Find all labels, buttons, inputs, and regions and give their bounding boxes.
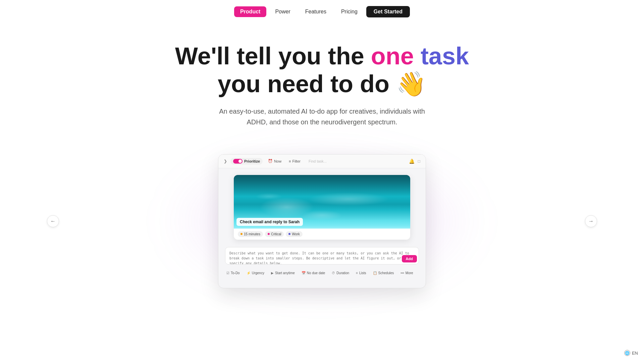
app-preview-wrapper: ← ❯ Prioritize ⏰ Now ≡ Filter Find task.… <box>0 154 644 288</box>
task-caption: Check email and reply to Sarah <box>236 218 303 226</box>
now-button[interactable]: ⏰ Now <box>266 158 283 164</box>
tag-dot-critical <box>268 233 270 235</box>
todo-icon: ☑ <box>226 271 229 275</box>
globe-icon: 🌐 <box>624 350 630 356</box>
duedate-label: No due date <box>307 271 325 275</box>
duration-icon: ⏱ <box>332 271 335 275</box>
tag-work-label: Work <box>292 232 300 236</box>
hero-one-word: one <box>371 43 414 69</box>
input-row: Add <box>225 247 419 264</box>
lists-label: Lists <box>359 271 366 275</box>
app-topbar: ❯ Prioritize ⏰ Now ≡ Filter Find task...… <box>218 155 426 168</box>
language-selector[interactable]: 🌐 EN <box>624 350 638 356</box>
toolbar-schedules-button[interactable]: 📋 Schedules <box>370 270 397 276</box>
toolbar-duration-button[interactable]: ⏱ Duration <box>329 270 352 276</box>
filter-label: Filter <box>292 159 301 163</box>
toolbar-start-button[interactable]: ▶ Start anytime <box>268 270 298 276</box>
carousel-next-button[interactable]: → <box>585 215 597 227</box>
nav-features[interactable]: Features <box>299 6 332 17</box>
bottom-toolbar: ☑ To-Do ⚡ Urgency ▶ Start anytime 📅 No d… <box>218 267 426 280</box>
tag-dot-time <box>240 233 243 235</box>
get-started-button[interactable]: Get Started <box>366 6 410 17</box>
lists-icon: ≡ <box>356 271 358 275</box>
next-arrow-icon[interactable]: → <box>585 215 597 227</box>
expand-icon[interactable]: □ <box>418 159 420 164</box>
now-label: Now <box>274 159 281 163</box>
urgency-icon: ⚡ <box>247 271 251 275</box>
task-card-footer: 15 minutes Critical Work <box>234 229 410 240</box>
task-card-image: Check email and reply to Sarah <box>234 175 410 229</box>
app-mockup: ❯ Prioritize ⏰ Now ≡ Filter Find task...… <box>218 154 426 288</box>
notification-bell-icon[interactable]: 🔔 <box>409 159 415 164</box>
toolbar-urgency-button[interactable]: ⚡ Urgency <box>244 270 267 276</box>
hero-subtitle: An easy-to-use, automated AI to-do app f… <box>208 106 436 127</box>
carousel-prev-button[interactable]: ← <box>47 215 59 227</box>
now-icon: ⏰ <box>268 159 273 163</box>
start-label: Start anytime <box>275 271 295 275</box>
more-label: More <box>406 271 413 275</box>
nav-pricing[interactable]: Pricing <box>335 6 364 17</box>
urgency-label: Urgency <box>252 271 264 275</box>
search-placeholder[interactable]: Find task... <box>306 158 406 164</box>
add-task-button[interactable]: Add <box>402 255 417 262</box>
schedules-label: Schedules <box>378 271 394 275</box>
nav-power[interactable]: Power <box>269 6 296 17</box>
hero-title-prefix: We'll tell you the <box>175 43 371 69</box>
toolbar-duedate-button[interactable]: 📅 No due date <box>299 270 328 276</box>
card-area: Check email and reply to Sarah 15 minute… <box>218 168 426 243</box>
toolbar-todo-button[interactable]: ☑ To-Do <box>224 270 243 276</box>
nav-product[interactable]: Product <box>234 6 266 17</box>
tag-work: Work <box>286 231 302 237</box>
toggle-label: Prioritize <box>244 159 260 163</box>
tag-critical-label: Critical <box>271 232 281 236</box>
todo-label: To-Do <box>231 271 240 275</box>
filter-button[interactable]: ≡ Filter <box>287 158 303 164</box>
task-input[interactable] <box>225 247 419 264</box>
hero-task-word: task <box>421 43 469 69</box>
more-icon: ••• <box>400 271 404 275</box>
task-card: Check email and reply to Sarah 15 minute… <box>234 175 410 240</box>
tag-dot-work <box>288 233 290 235</box>
hero-line2: you need to do 👋 <box>218 70 426 97</box>
topbar-back-icon[interactable]: ❯ <box>224 159 227 164</box>
duedate-icon: 📅 <box>302 271 306 275</box>
input-area: Add <box>218 243 426 267</box>
toolbar-more-button[interactable]: ••• More <box>398 270 416 276</box>
prev-arrow-icon[interactable]: ← <box>47 215 59 227</box>
prioritize-toggle-group: Prioritize <box>230 158 263 165</box>
tag-time-label: 15 minutes <box>244 232 260 236</box>
navigation: Product Power Features Pricing Get Start… <box>0 0 644 22</box>
tag-critical: Critical <box>265 231 284 237</box>
start-icon: ▶ <box>271 271 274 275</box>
duration-label: Duration <box>336 271 349 275</box>
language-label: EN <box>632 351 638 356</box>
hero-title: We'll tell you the one task you need to … <box>13 42 631 98</box>
toggle-switch[interactable] <box>233 159 243 164</box>
schedules-icon: 📋 <box>373 271 377 275</box>
hero-section: We'll tell you the one task you need to … <box>0 22 644 154</box>
filter-icon: ≡ <box>289 159 291 163</box>
tag-time: 15 minutes <box>238 231 263 237</box>
toolbar-lists-button[interactable]: ≡ Lists <box>353 270 369 276</box>
